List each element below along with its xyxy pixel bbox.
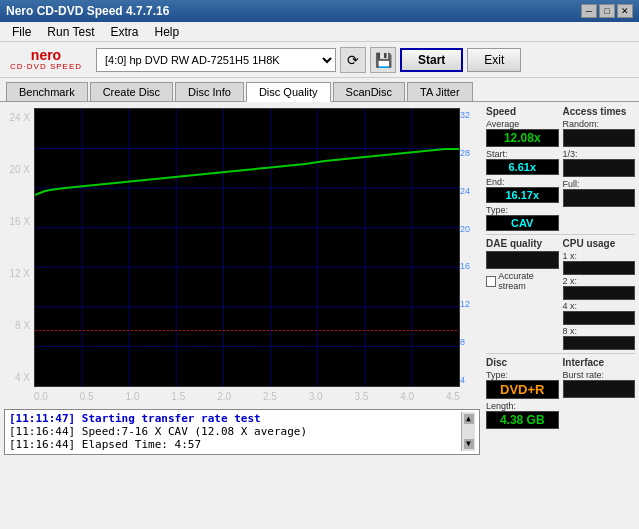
cpu-1x-label: 1 x: <box>563 251 636 261</box>
log-area: [11:11:47] Starting transfer rate test [… <box>4 409 480 455</box>
exit-button[interactable]: Exit <box>467 48 521 72</box>
average-value: 12.08x <box>486 129 559 147</box>
refresh-icon-btn[interactable]: ⟳ <box>340 47 366 73</box>
cpu-8x-value <box>563 336 636 350</box>
tab-create-disc[interactable]: Create Disc <box>90 82 173 101</box>
nero-text: nero <box>31 48 61 62</box>
log-content: [11:11:47] Starting transfer rate test [… <box>9 412 461 451</box>
y-axis-right: 32 28 24 20 16 12 8 4 <box>460 108 478 387</box>
nero-logo: nero CD·DVD SPEED <box>6 45 86 75</box>
onethird-value <box>563 159 636 177</box>
title-text: Nero CD-DVD Speed 4.7.7.16 <box>6 4 169 18</box>
divider-2 <box>486 353 635 354</box>
dae-title: DAE quality <box>486 238 559 249</box>
random-value <box>563 129 636 147</box>
tab-bar: Benchmark Create Disc Disc Info Disc Qua… <box>0 78 639 102</box>
y-label-16x: 16 X <box>9 216 30 227</box>
menu-extra[interactable]: Extra <box>102 23 146 41</box>
y-right-24: 24 <box>460 186 470 196</box>
chart-svg <box>35 109 459 386</box>
y-right-32: 32 <box>460 110 470 120</box>
x-label-20: 2.0 <box>217 391 231 405</box>
tab-scan-disc[interactable]: ScanDisc <box>333 82 405 101</box>
log-line-2: [11:16:44] Elapsed Time: 4:57 <box>9 438 461 451</box>
y-label-4x: 4 X <box>15 372 30 383</box>
log-line-1: [11:16:44] Speed:7-16 X CAV (12.08 X ave… <box>9 425 461 438</box>
start-button[interactable]: Start <box>400 48 463 72</box>
cpu-4x-value <box>563 311 636 325</box>
x-label-40: 4.0 <box>400 391 414 405</box>
cpu-1x-value <box>563 261 636 275</box>
minimize-button[interactable]: ─ <box>581 4 597 18</box>
speed-section: Speed Average 12.08x Start: 6.61x End: 1… <box>486 106 559 231</box>
random-label: Random: <box>563 119 636 129</box>
tab-disc-quality[interactable]: Disc Quality <box>246 82 331 102</box>
y-label-12x: 12 X <box>9 268 30 279</box>
cpu-4x-label: 4 x: <box>563 301 636 311</box>
cpu-8x-label: 8 x: <box>563 326 636 336</box>
start-label: Start: <box>486 149 559 159</box>
interface-section: Interface Burst rate: <box>563 357 636 429</box>
cpu-title: CPU usage <box>563 238 636 249</box>
cdspeed-text: CD·DVD SPEED <box>10 62 82 71</box>
close-button[interactable]: ✕ <box>617 4 633 18</box>
x-label-05: 0.5 <box>80 391 94 405</box>
menu-run-test[interactable]: Run Test <box>39 23 102 41</box>
x-label-25: 2.5 <box>263 391 277 405</box>
dae-cpu-row: DAE quality Accurate stream CPU usage 1 … <box>486 238 635 350</box>
disc-type-label: Type: <box>486 370 559 380</box>
speed-title: Speed <box>486 106 559 117</box>
x-label-30: 3.0 <box>309 391 323 405</box>
speed-access-row: Speed Average 12.08x Start: 6.61x End: 1… <box>486 106 635 231</box>
accurate-stream-label: Accurate stream <box>498 271 558 291</box>
save-icon-btn[interactable]: 💾 <box>370 47 396 73</box>
x-label-10: 1.0 <box>126 391 140 405</box>
toolbar: nero CD·DVD SPEED [4:0] hp DVD RW AD-725… <box>0 42 639 78</box>
type-label: Type: <box>486 205 559 215</box>
x-axis: 0.0 0.5 1.0 1.5 2.0 2.5 3.0 3.5 4.0 4.5 <box>34 391 460 405</box>
interface-title: Interface <box>563 357 636 368</box>
maximize-button[interactable]: □ <box>599 4 615 18</box>
type-value: CAV <box>486 215 559 231</box>
accurate-stream-row: Accurate stream <box>486 271 559 291</box>
x-label-15: 1.5 <box>171 391 185 405</box>
x-label-35: 3.5 <box>354 391 368 405</box>
disc-type-value: DVD+R <box>486 380 559 399</box>
log-line-0: [11:11:47] Starting transfer rate test <box>9 412 461 425</box>
y-right-8: 8 <box>460 337 465 347</box>
y-label-8x: 8 X <box>15 320 30 331</box>
y-right-4: 4 <box>460 375 465 385</box>
divider-1 <box>486 234 635 235</box>
title-controls: ─ □ ✕ <box>581 4 633 18</box>
start-value: 6.61x <box>486 159 559 175</box>
accurate-stream-checkbox[interactable] <box>486 276 496 287</box>
burst-rate-value <box>563 380 636 398</box>
y-right-12: 12 <box>460 299 470 309</box>
cpu-2x-value <box>563 286 636 300</box>
disc-section: Disc Type: DVD+R Length: 4.38 GB <box>486 357 559 429</box>
average-label: Average <box>486 119 559 129</box>
log-scrollbar[interactable]: ▲ ▼ <box>461 412 475 451</box>
y-axis-left: 24 X 20 X 16 X 12 X 8 X 4 X <box>4 108 34 387</box>
cpu-2x-label: 2 x: <box>563 276 636 286</box>
dae-section: DAE quality Accurate stream <box>486 238 559 350</box>
y-right-16: 16 <box>460 261 470 271</box>
full-value <box>563 189 636 207</box>
drive-select[interactable]: [4:0] hp DVD RW AD-7251H5 1H8K <box>96 48 336 72</box>
menu-help[interactable]: Help <box>147 23 188 41</box>
disc-interface-row: Disc Type: DVD+R Length: 4.38 GB Interfa… <box>486 357 635 429</box>
title-bar: Nero CD-DVD Speed 4.7.7.16 ─ □ ✕ <box>0 0 639 22</box>
right-panel: Speed Average 12.08x Start: 6.61x End: 1… <box>484 102 639 459</box>
tab-disc-info[interactable]: Disc Info <box>175 82 244 101</box>
end-value: 16.17x <box>486 187 559 203</box>
menu-bar: File Run Test Extra Help <box>0 22 639 42</box>
y-right-28: 28 <box>460 148 470 158</box>
tab-ta-jitter[interactable]: TA Jitter <box>407 82 473 101</box>
x-label-0: 0.0 <box>34 391 48 405</box>
menu-file[interactable]: File <box>4 23 39 41</box>
burst-rate-label: Burst rate: <box>563 370 636 380</box>
onethird-label: 1/3: <box>563 149 636 159</box>
y-label-24x: 24 X <box>9 112 30 123</box>
y-right-20: 20 <box>460 224 470 234</box>
tab-benchmark[interactable]: Benchmark <box>6 82 88 101</box>
